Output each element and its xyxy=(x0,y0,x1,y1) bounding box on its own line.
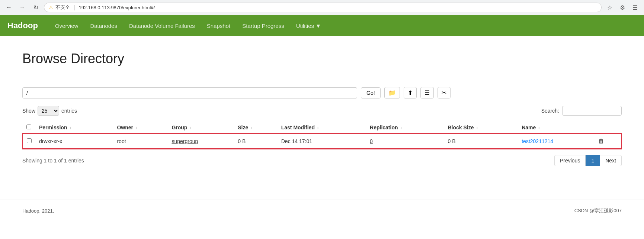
sort-owner-icon: ↕ xyxy=(135,125,138,130)
row-block-size: 0 B xyxy=(444,134,518,149)
scissors-icon: ✂ xyxy=(442,90,446,96)
address-bar: ⚠ 不安全 | 192.168.0.113:9870/explorer.html… xyxy=(44,3,602,12)
nav-datanodes[interactable]: Datanodes xyxy=(84,16,123,36)
nav-snapshot[interactable]: Snapshot xyxy=(201,16,236,36)
row-name[interactable]: test20211214 xyxy=(518,134,594,149)
row-checkbox-cell xyxy=(23,134,35,149)
list-icon: ☰ xyxy=(424,90,430,96)
forward-button[interactable]: → xyxy=(17,2,28,13)
th-size[interactable]: Size ↕ xyxy=(234,122,278,134)
navbar-nav: Overview Datanodes Datanode Volume Failu… xyxy=(49,16,327,36)
nav-overview[interactable]: Overview xyxy=(49,16,84,36)
main-content: Browse Directory Go! 📁 ⬆ ☰ ✂ Show 10 25 … xyxy=(0,36,644,192)
upload-button[interactable]: ⬆ xyxy=(404,87,417,98)
browser-chrome: ← → ↻ ⚠ 不安全 | 192.168.0.113:9870/explore… xyxy=(0,0,644,15)
footer: Hadoop, 2021. CSDN @寒江孤影007 xyxy=(0,200,644,222)
path-row: Go! 📁 ⬆ ☰ ✂ xyxy=(22,87,622,98)
show-label: Show xyxy=(22,108,35,114)
scissors-button[interactable]: ✂ xyxy=(438,87,451,98)
back-button[interactable]: ← xyxy=(4,2,14,13)
reload-button[interactable]: ↻ xyxy=(31,2,41,13)
row-permission: drwxr-xr-x xyxy=(35,134,113,149)
row-name-link[interactable]: test20211214 xyxy=(522,138,553,144)
search-right: Search: xyxy=(541,106,622,116)
go-button[interactable]: Go! xyxy=(361,87,381,98)
row-size: 0 B xyxy=(234,134,278,149)
row-checkbox[interactable] xyxy=(27,138,32,143)
nav-startup-progress[interactable]: Startup Progress xyxy=(236,16,290,36)
upload-icon: ⬆ xyxy=(408,90,413,96)
row-delete-cell: 🗑 xyxy=(595,134,622,149)
sort-size-icon: ↕ xyxy=(250,125,253,130)
th-block-size[interactable]: Block Size ↕ xyxy=(444,122,518,134)
path-input[interactable] xyxy=(22,87,357,98)
sort-last-modified-icon: ↕ xyxy=(317,125,319,130)
row-replication: 0 xyxy=(366,134,444,149)
next-button[interactable]: Next xyxy=(600,155,622,166)
navbar-brand[interactable]: Hadoop xyxy=(7,21,38,30)
menu-button[interactable]: ☰ xyxy=(630,2,640,13)
footer-left: Hadoop, 2021. xyxy=(22,208,54,214)
th-replication[interactable]: Replication ↕ xyxy=(366,122,444,134)
select-all-checkbox[interactable] xyxy=(26,125,31,129)
sort-block-size-icon: ↕ xyxy=(476,125,478,130)
security-warning-icon: ⚠ xyxy=(49,5,53,10)
th-actions xyxy=(595,122,622,134)
th-permission[interactable]: Permission ↕ xyxy=(35,122,113,134)
page-1-button[interactable]: 1 xyxy=(586,155,600,166)
pagination-row: Showing 1 to 1 of 1 entries Previous 1 N… xyxy=(22,155,622,166)
sort-permission-icon: ↕ xyxy=(69,125,71,130)
folder-icon: 📁 xyxy=(388,90,396,96)
th-group[interactable]: Group ↕ xyxy=(168,122,234,134)
delete-icon[interactable]: 🗑 xyxy=(598,138,604,144)
search-input[interactable] xyxy=(562,106,622,116)
th-owner[interactable]: Owner ↕ xyxy=(113,122,168,134)
open-folder-button[interactable]: 📁 xyxy=(384,87,400,98)
security-label: 不安全 xyxy=(55,4,70,11)
entries-select[interactable]: 10 25 50 100 xyxy=(38,106,59,116)
separator: | xyxy=(74,4,75,10)
directory-table: Permission ↕ Owner ↕ Group ↕ xyxy=(22,122,622,149)
dropdown-arrow-icon: ▼ xyxy=(315,23,321,29)
bookmark-star-button[interactable]: ☆ xyxy=(605,2,615,13)
show-entries-row: Show 10 25 50 100 entries Search: xyxy=(22,106,622,116)
nav-datanode-volume-failures[interactable]: Datanode Volume Failures xyxy=(123,16,201,36)
nav-utilities[interactable]: Utilities ▼ xyxy=(290,16,327,36)
show-entries-left: Show 10 25 50 100 entries xyxy=(22,106,77,116)
pagination-buttons: Previous 1 Next xyxy=(554,155,622,166)
sort-name-icon: ↕ xyxy=(538,125,540,130)
navbar: Hadoop Overview Datanodes Datanode Volum… xyxy=(0,15,644,36)
previous-button[interactable]: Previous xyxy=(554,155,586,166)
sort-group-icon: ↕ xyxy=(189,125,192,130)
th-last-modified[interactable]: Last Modified ↕ xyxy=(278,122,366,134)
th-checkbox xyxy=(23,122,35,134)
url-text: 192.168.0.113:9870/explorer.html#/ xyxy=(79,5,597,10)
table-row: drwxr-xr-x root supergroup 0 B Dec 14 17… xyxy=(23,134,621,149)
entries-label: entries xyxy=(61,108,77,114)
row-last-modified: Dec 14 17:01 xyxy=(278,134,366,149)
sort-replication-icon: ↕ xyxy=(400,125,403,130)
list-button[interactable]: ☰ xyxy=(420,87,434,98)
extensions-button[interactable]: ⚙ xyxy=(617,2,628,13)
title-divider xyxy=(22,78,622,78)
row-owner: root xyxy=(113,134,168,149)
row-group: supergroup xyxy=(168,134,234,149)
browser-actions: ☆ ⚙ ☰ xyxy=(605,2,640,13)
search-label: Search: xyxy=(541,108,559,114)
th-name[interactable]: Name ↕ xyxy=(518,122,594,134)
footer-right: CSDN @寒江孤影007 xyxy=(574,207,622,214)
page-title: Browse Directory xyxy=(22,51,622,67)
table-header-row: Permission ↕ Owner ↕ Group ↕ xyxy=(23,122,621,134)
showing-text: Showing 1 to 1 of 1 entries xyxy=(22,158,84,164)
